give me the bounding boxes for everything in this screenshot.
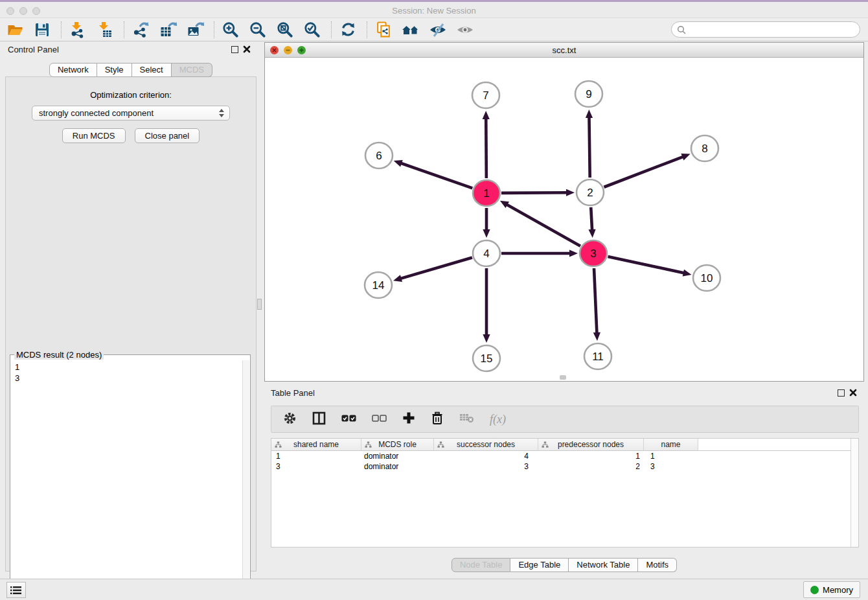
edge-3-11[interactable] <box>594 268 597 334</box>
edge-3-10[interactable] <box>608 257 684 273</box>
panel-divider-grip[interactable] <box>257 299 262 310</box>
deselect-all-columns-icon[interactable] <box>372 413 387 425</box>
node-label-4: 4 <box>483 248 489 260</box>
toolbar-separator <box>61 21 62 38</box>
mcds-result-title: MCDS result (2 nodes) <box>14 350 104 360</box>
memory-button[interactable]: Memory <box>803 581 860 598</box>
memory-status-icon <box>810 586 819 594</box>
close-panel-icon[interactable] <box>242 45 251 54</box>
export-table-icon[interactable] <box>158 20 177 40</box>
table-cell-mcds_role[interactable]: dominator <box>361 461 434 472</box>
network-canvas[interactable]: 7968124314101511 <box>265 58 863 381</box>
table-cell-predecessor_nodes[interactable]: 2 <box>538 461 644 472</box>
search-icon <box>677 25 686 34</box>
status-bar: Memory <box>0 579 868 600</box>
table-panel: Table Panel <box>264 386 864 575</box>
memory-label: Memory <box>823 585 853 595</box>
open-session-icon[interactable] <box>5 20 25 40</box>
canvas-scrollbar-thumb[interactable] <box>560 375 566 380</box>
table-cell-name[interactable]: 3 <box>644 461 698 472</box>
import-network-icon[interactable] <box>68 20 87 40</box>
result-scrollbar[interactable] <box>242 360 249 595</box>
edge-arrow-3-11 <box>593 332 600 341</box>
tab-mcds[interactable]: MCDS <box>172 63 212 77</box>
table-cell-shared_name[interactable]: 1 <box>271 451 361 461</box>
edge-1-7[interactable] <box>486 118 486 178</box>
zoom-out-icon[interactable] <box>248 20 268 40</box>
node-table[interactable]: shared nameMCDS rolesuccessor nodesprede… <box>271 438 859 548</box>
edge-2-8[interactable] <box>604 157 683 187</box>
column-header-successor-nodes[interactable]: successor nodes <box>434 439 538 450</box>
table-cell-predecessor_nodes[interactable]: 1 <box>538 451 644 461</box>
application-window: Session: New Session <box>0 0 868 600</box>
toggle-columns-icon[interactable] <box>312 411 326 428</box>
float-panel-icon[interactable] <box>231 46 238 53</box>
close-table-panel-icon[interactable] <box>849 388 858 397</box>
optimization-criterion-label: Optimization criterion: <box>6 90 256 100</box>
add-column-icon[interactable] <box>402 411 415 427</box>
node-label-1: 1 <box>483 187 489 200</box>
column-header-predecessor-nodes[interactable]: predecessor nodes <box>538 439 644 450</box>
table-cell-name[interactable]: 1 <box>644 451 698 461</box>
function-builder-icon: f(x) <box>490 413 506 426</box>
edge-arrow-1-7 <box>483 111 490 119</box>
edge-arrow-4-14 <box>393 275 402 282</box>
edge-2-3[interactable] <box>591 207 592 231</box>
edge-arrow-2-3 <box>588 229 595 238</box>
table-scrollbar[interactable] <box>851 439 858 547</box>
table-row[interactable]: 1dominator411 <box>271 451 858 461</box>
edge-1-2[interactable] <box>501 192 567 193</box>
table-cell-successor_nodes[interactable]: 4 <box>434 451 538 461</box>
import-table-icon[interactable] <box>95 20 115 40</box>
network-window-titlebar[interactable]: scc.txt <box>265 43 863 58</box>
edge-3-1[interactable] <box>506 204 580 246</box>
settings-gear-icon[interactable] <box>283 411 297 428</box>
select-all-columns-icon[interactable] <box>341 413 356 425</box>
control-panel-header: Control Panel <box>5 43 257 58</box>
tab-select[interactable]: Select <box>132 63 172 77</box>
criterion-value: strongly connected component <box>39 108 154 118</box>
export-image-icon[interactable] <box>185 20 205 40</box>
export-network-icon[interactable] <box>131 20 150 40</box>
search-box[interactable] <box>671 21 860 38</box>
mcds-result-text[interactable]: 1 3 <box>11 360 242 595</box>
float-table-panel-icon[interactable] <box>838 389 845 397</box>
refresh-layout-icon[interactable] <box>338 20 358 40</box>
tab-motifs[interactable]: Motifs <box>638 558 677 572</box>
column-header-shared-name[interactable]: shared name <box>271 439 361 450</box>
network-title: scc.txt <box>265 45 863 55</box>
table-row[interactable]: 3dominator323 <box>271 461 858 472</box>
network-graph[interactable]: 7968124314101511 <box>265 58 863 382</box>
node-label-15: 15 <box>481 352 493 365</box>
delete-columns-icon[interactable] <box>431 411 444 428</box>
table-cell-shared_name[interactable]: 3 <box>271 461 361 472</box>
zoom-selected-icon[interactable] <box>303 20 322 40</box>
show-eye-icon[interactable] <box>455 20 475 40</box>
table-cell-successor_nodes[interactable]: 3 <box>434 461 538 472</box>
close-panel-button[interactable]: Close panel <box>135 128 200 143</box>
column-header-name[interactable]: name <box>644 439 698 450</box>
tab-network-table[interactable]: Network Table <box>569 558 638 572</box>
zoom-fit-icon[interactable] <box>275 20 295 40</box>
tab-node-table[interactable]: Node Table <box>451 558 511 572</box>
column-header-mcds-role[interactable]: MCDS role <box>361 439 434 450</box>
tab-edge-table[interactable]: Edge Table <box>510 558 569 572</box>
edge-4-14[interactable] <box>400 257 472 279</box>
toolbar-separator <box>331 21 332 38</box>
clone-network-icon[interactable] <box>374 20 393 40</box>
table-panel-header: Table Panel <box>264 386 864 402</box>
run-mcds-button[interactable]: Run MCDS <box>62 128 126 143</box>
home-layout-icon[interactable] <box>401 20 420 40</box>
tab-network[interactable]: Network <box>49 63 97 77</box>
zoom-in-icon[interactable] <box>221 20 240 40</box>
edge-1-6[interactable] <box>400 163 472 189</box>
search-input[interactable] <box>689 25 860 34</box>
network-view-window: scc.txt 7968124314101511 <box>264 42 864 382</box>
task-history-button[interactable] <box>6 582 26 598</box>
save-session-icon[interactable] <box>32 20 52 40</box>
table-cell-mcds_role[interactable]: dominator <box>361 451 434 461</box>
criterion-select[interactable]: strongly connected component <box>32 106 230 121</box>
tab-style[interactable]: Style <box>97 63 132 77</box>
edge-2-9[interactable] <box>589 117 589 178</box>
hide-eye-icon[interactable] <box>428 20 448 40</box>
